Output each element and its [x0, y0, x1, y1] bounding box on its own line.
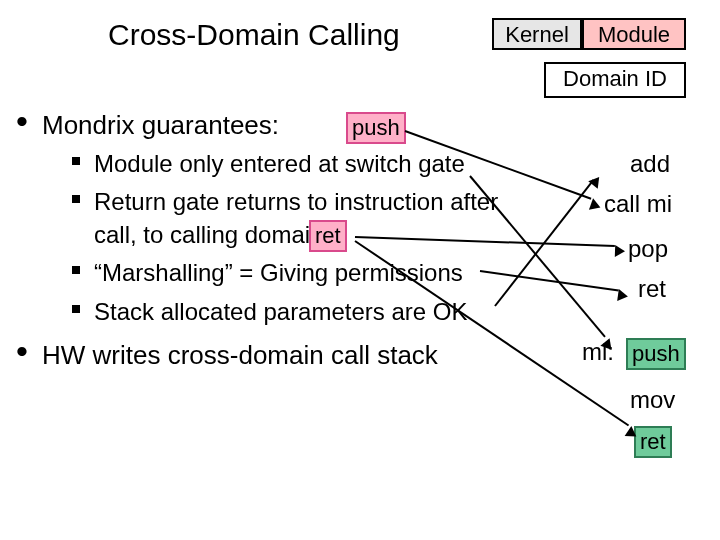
box-kernel: Kernel: [492, 18, 582, 50]
sub-bullet-marker-icon: [72, 266, 80, 274]
bullet-dot-icon: •: [16, 110, 42, 132]
arrow-head-icon: [615, 245, 625, 257]
side-op-ret: ret: [638, 275, 666, 303]
sub-bullet-text: Stack allocated parameters are OK: [94, 298, 468, 325]
sub-bullet-4: Stack allocated parameters are OK: [72, 296, 592, 328]
box-domain-id: Domain ID: [544, 62, 686, 98]
sub-bullet-marker-icon: [72, 195, 80, 203]
arrow-head-icon: [617, 289, 629, 302]
bullet-text: HW writes cross-domain call stack: [42, 340, 438, 370]
sub-bullet-text: Module only entered at switch gate: [94, 150, 465, 177]
bullet-text: Mondrix guarantees:: [42, 110, 279, 140]
opcode-ret-inline: ret: [309, 220, 347, 252]
bullet-hw-writes: •HW writes cross-domain call stack: [16, 340, 438, 371]
sub-bullet-1: Module only entered at switch gate: [72, 148, 592, 180]
side-op-pop: pop: [628, 235, 668, 263]
sub-bullet-marker-icon: [72, 157, 80, 165]
opcode-push-inline: push: [346, 112, 406, 144]
slide-title: Cross-Domain Calling: [108, 18, 400, 52]
bullet-dot-icon: •: [16, 340, 42, 362]
bullet-mondrix-guarantees: •Mondrix guarantees:: [16, 110, 279, 141]
side-op-call-mi: call mi: [604, 190, 672, 218]
sub-bullet-3: “Marshalling” = Giving permissions: [72, 257, 592, 289]
side-op-mov: mov: [630, 386, 675, 414]
slide: Cross-Domain Calling Kernel Module Domai…: [0, 0, 720, 540]
sub-bullet-text: “Marshalling” = Giving permissions: [94, 259, 463, 286]
box-module: Module: [582, 18, 686, 50]
side-op-add: add: [630, 150, 670, 178]
sub-bullet-text-b: call, to calling domain: [94, 221, 323, 248]
opcode-push-side: push: [626, 338, 686, 370]
sub-bullet-text-a: Return gate returns to instruction after: [94, 188, 498, 215]
sub-bullet-marker-icon: [72, 305, 80, 313]
